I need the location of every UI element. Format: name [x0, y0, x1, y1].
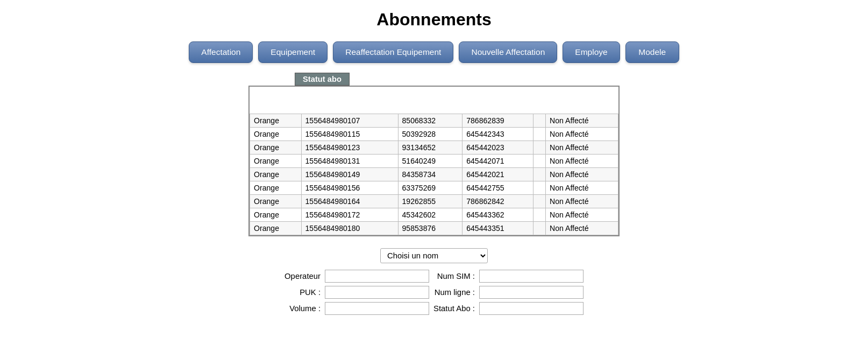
form-fields-grid: Operateur Num SIM : PUK : Num ligne : Vo… — [284, 270, 584, 315]
cell-extra — [533, 208, 545, 221]
cell-num1: 1556484980156 — [301, 181, 398, 194]
operateur-label: Operateur — [284, 272, 321, 280]
cell-num3: 645443351 — [463, 221, 533, 235]
cell-extra — [533, 181, 545, 194]
cell-extra — [533, 194, 545, 208]
table-row[interactable]: Orange 1556484980149 84358734 645442021 … — [250, 167, 618, 181]
volume-input[interactable] — [325, 302, 429, 315]
table-row[interactable]: Orange 1556484980172 45342602 645443362 … — [250, 208, 618, 221]
cell-extra — [533, 221, 545, 235]
cell-num3: 645442343 — [463, 127, 533, 141]
cell-num3: 645442755 — [463, 181, 533, 194]
cell-extra — [533, 154, 545, 167]
cell-operateur: Orange — [250, 127, 302, 141]
num-ligne-label: Num ligne : — [433, 288, 475, 297]
cell-statut: Non Affecté — [546, 127, 618, 141]
subscriptions-table: Orange 1556484980107 85068332 786862839 … — [250, 87, 618, 235]
cell-num2: 50392928 — [398, 127, 463, 141]
cell-num3: 645443362 — [463, 208, 533, 221]
nav-affectation-button[interactable]: Affectation — [189, 41, 253, 63]
cell-num1: 1556484980107 — [301, 114, 398, 127]
cell-num1: 1556484980164 — [301, 194, 398, 208]
nav-reaffectation-button[interactable]: Reaffectation Equipement — [333, 41, 453, 63]
cell-extra — [533, 167, 545, 181]
cell-extra — [533, 141, 545, 154]
cell-operateur: Orange — [250, 208, 302, 221]
cell-operateur: Orange — [250, 221, 302, 235]
cell-num3: 786862842 — [463, 194, 533, 208]
cell-extra — [533, 127, 545, 141]
cell-num3: 645442021 — [463, 167, 533, 181]
cell-statut: Non Affecté — [546, 181, 618, 194]
cell-num3: 786862839 — [463, 114, 533, 127]
cell-num1: 1556484980180 — [301, 221, 398, 235]
cell-num2: 95853876 — [398, 221, 463, 235]
data-table-container[interactable]: Orange 1556484980107 85068332 786862839 … — [248, 86, 620, 236]
cell-num3: 645442071 — [463, 154, 533, 167]
statut-abo-input[interactable] — [479, 302, 584, 315]
puk-label: PUK : — [284, 288, 321, 297]
puk-input[interactable] — [325, 286, 429, 299]
nav-modele-button[interactable]: Modele — [625, 41, 679, 63]
cell-operateur: Orange — [250, 181, 302, 194]
volume-label: Volume : — [284, 304, 321, 313]
dropdown-row: Choisi un nom — [380, 248, 488, 263]
cell-num1: 1556484980123 — [301, 141, 398, 154]
table-row[interactable]: Orange 1556484980115 50392928 645442343 … — [250, 127, 618, 141]
nom-dropdown[interactable]: Choisi un nom — [380, 248, 488, 263]
cell-statut: Non Affecté — [546, 208, 618, 221]
cell-statut: Non Affecté — [546, 194, 618, 208]
num-sim-label: Num SIM : — [433, 272, 475, 280]
cell-extra — [533, 114, 545, 127]
statut-abo-field-label: Statut Abo : — [433, 304, 475, 313]
table-row[interactable]: Orange 1556484980180 95853876 645443351 … — [250, 221, 618, 235]
cell-num1: 1556484980149 — [301, 167, 398, 181]
cell-num2: 84358734 — [398, 167, 463, 181]
cell-operateur: Orange — [250, 194, 302, 208]
cell-num2: 93134652 — [398, 141, 463, 154]
cell-statut: Non Affecté — [546, 154, 618, 167]
empty-row — [250, 87, 618, 114]
cell-operateur: Orange — [250, 114, 302, 127]
num-sim-input[interactable] — [479, 270, 584, 283]
cell-operateur: Orange — [250, 141, 302, 154]
cell-num2: 19262855 — [398, 194, 463, 208]
cell-statut: Non Affecté — [546, 114, 618, 127]
cell-num2: 63375269 — [398, 181, 463, 194]
statut-abo-label: Statut abo — [295, 73, 350, 86]
nav-equipement-button[interactable]: Equipement — [258, 41, 328, 63]
table-row[interactable]: Orange 1556484980107 85068332 786862839 … — [250, 114, 618, 127]
cell-statut: Non Affecté — [546, 167, 618, 181]
form-section: Choisi un nom Operateur Num SIM : PUK : … — [284, 248, 584, 315]
cell-statut: Non Affecté — [546, 141, 618, 154]
cell-num2: 85068332 — [398, 114, 463, 127]
operateur-input[interactable] — [325, 270, 429, 283]
cell-num1: 1556484980115 — [301, 127, 398, 141]
cell-operateur: Orange — [250, 154, 302, 167]
page-title: Abonnements — [0, 0, 868, 37]
cell-num3: 645442023 — [463, 141, 533, 154]
cell-num1: 1556484980172 — [301, 208, 398, 221]
nav-employe-button[interactable]: Employe — [563, 41, 620, 63]
table-row[interactable]: Orange 1556484980123 93134652 645442023 … — [250, 141, 618, 154]
cell-statut: Non Affecté — [546, 221, 618, 235]
content-area: Statut abo Orange 1556484980107 85068332… — [0, 73, 868, 326]
nav-bar: Affectation Equipement Reaffectation Equ… — [0, 37, 868, 73]
cell-num2: 45342602 — [398, 208, 463, 221]
cell-num2: 51640249 — [398, 154, 463, 167]
num-ligne-input[interactable] — [479, 286, 584, 299]
table-row[interactable]: Orange 1556484980156 63375269 645442755 … — [250, 181, 618, 194]
cell-operateur: Orange — [250, 167, 302, 181]
cell-num1: 1556484980131 — [301, 154, 398, 167]
nav-nouvelle-affectation-button[interactable]: Nouvelle Affectation — [459, 41, 557, 63]
table-row[interactable]: Orange 1556484980164 19262855 786862842 … — [250, 194, 618, 208]
table-row[interactable]: Orange 1556484980131 51640249 645442071 … — [250, 154, 618, 167]
